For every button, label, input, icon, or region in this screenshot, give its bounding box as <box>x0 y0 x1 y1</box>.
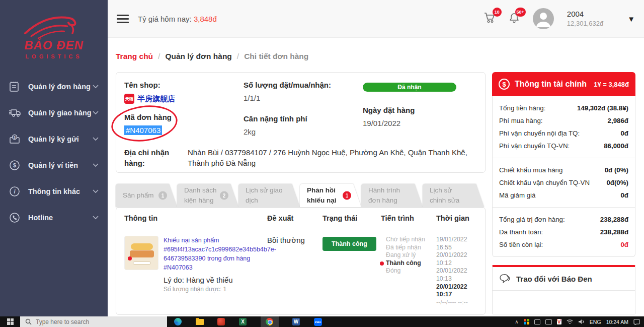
tab-complaint-feedback[interactable]: Phản hồi khiếu nại 1 <box>300 184 361 207</box>
ultraviewer-icon[interactable]: V <box>557 319 561 324</box>
breadcrumb-separator: / <box>237 52 239 61</box>
sidebar-item-order-management[interactable]: Quản lý đơn hàng <box>0 74 108 100</box>
sidebar-nav: Quản lý đơn hàng Quản lý giao hàng $ Quả… <box>0 74 108 231</box>
notifications-badge: 50+ <box>515 8 526 17</box>
shop-name-link[interactable]: 半房旗舰店 <box>137 94 175 104</box>
column-header: Đề xuất <box>267 208 323 229</box>
dollar-circle-icon: $ <box>499 79 510 90</box>
start-button[interactable] <box>0 316 20 327</box>
tab-alert-badge: 1 <box>343 191 351 200</box>
menu-icon[interactable] <box>117 13 129 25</box>
clock[interactable]: 10:24 AM <box>606 319 628 325</box>
quantity-value: 1/1/1 <box>244 94 363 102</box>
your-phone-icon[interactable] <box>534 319 540 324</box>
progress-step: Đã tiếp nhận <box>381 244 436 252</box>
progress-time: 20/01/2022 10:12 <box>436 251 477 267</box>
word-icon[interactable]: W <box>292 318 300 326</box>
tab-order-journey[interactable]: Hành trình đơn hàng <box>361 184 423 207</box>
panther-logo-icon <box>21 13 87 39</box>
chrome-icon[interactable] <box>266 318 274 326</box>
column-header: Thông tin <box>124 208 267 229</box>
language-indicator[interactable]: ENG <box>590 319 601 325</box>
breadcrumb-order-management[interactable]: Quản lý đơn hàng <box>165 52 231 61</box>
notifications-button[interactable]: 50+ <box>509 12 520 25</box>
tab-count-badge: 2 <box>220 191 228 200</box>
zalo-icon[interactable]: Zalo <box>314 318 322 326</box>
sidebar-item-label: Hotline <box>28 214 93 222</box>
sidebar-item-label: Thông tin khác <box>28 187 93 195</box>
tab-label: Lịch sử chỉnh sửa <box>430 185 470 205</box>
complaint-reason: Lý do: Hàng về thiếu <box>164 276 276 284</box>
product-thumbnail[interactable] <box>124 236 158 270</box>
user-icon <box>533 8 554 29</box>
excel-icon[interactable]: X <box>239 318 247 326</box>
breadcrumb-home[interactable]: Trang chủ <box>116 52 153 61</box>
tab-edit-history[interactable]: Lịch sử chỉnh sửa <box>423 184 484 207</box>
financial-title: Thông tin tài chính <box>515 80 594 89</box>
sidebar-item-hotline[interactable]: Hotline <box>0 205 108 231</box>
tray-expand-icon[interactable]: ∧ <box>515 319 518 324</box>
app-window: BÁO ĐEN LOGISTICS Quản lý đơn hàng Quản … <box>0 0 644 316</box>
wallet-dollar-icon: $ <box>9 159 22 171</box>
cart-button[interactable]: 10 <box>484 12 496 25</box>
tab-products[interactable]: Sản phẩm 1 <box>116 184 177 207</box>
finance-row-remaining: Số tiền còn lại:0đ <box>499 238 628 251</box>
edge-browser-icon[interactable] <box>174 318 182 326</box>
notification-center-icon[interactable] <box>633 319 640 325</box>
sidebar-item-wallet-management[interactable]: $ Quản lý ví tiền <box>0 152 108 178</box>
red-app-icon[interactable] <box>217 318 225 326</box>
chevron-down-icon <box>93 111 99 115</box>
order-detail-tabs: Sản phẩm 1 Danh sách kiện hàng 2 Lịch sử… <box>116 184 486 207</box>
account-caret-icon[interactable]: ▼ <box>627 15 635 23</box>
order-code-label: Mã đơn hàng <box>124 113 244 121</box>
exchange-rate-value: 3,848đ <box>194 15 217 23</box>
info-icon: i <box>9 185 22 198</box>
finance-row: Tổng tiền hàng:149,302đ (38.8¥) <box>499 102 628 114</box>
logo-title: BÁO ĐEN <box>0 39 108 51</box>
chrome-active-highlight <box>261 316 279 327</box>
order-info-card: Tên shop: 天猫 半房旗舰店 Mã đơn hàng #N407063 <box>116 72 486 173</box>
progress-steps: Chờ tiếp nhận Đã tiếp nhận Đang xử lý Th… <box>381 236 436 306</box>
progress-time-empty: --/--/---- --:-- <box>436 299 477 307</box>
chat-title: Trao đổi với Báo Đen <box>516 275 592 283</box>
svg-text:$: $ <box>13 162 16 168</box>
volume-icon[interactable] <box>578 319 585 324</box>
table-row: Khiếu nại sản phẩm #695f4f13acac7c1c9996… <box>116 229 485 314</box>
file-explorer-icon[interactable] <box>196 318 204 326</box>
status-success-button[interactable]: Thành công <box>323 237 376 251</box>
column-header: Thời gian <box>436 208 477 229</box>
chat-header[interactable]: Trao đổi với Báo Đen <box>493 267 635 291</box>
sidebar-item-label: Quản lý đơn hàng <box>28 83 93 91</box>
financial-header: $ Thông tin tài chính 1¥ = 3,848đ <box>492 72 635 96</box>
chat-card: Trao đổi với Báo Đen <box>492 265 635 314</box>
quantity-label: Số lượng đặt/mua/nhận: <box>244 81 363 89</box>
taskbar-search[interactable] <box>20 316 167 327</box>
breadcrumb: Trang chủ / Quản lý đơn hàng / Chi tiết … <box>108 38 644 72</box>
sidebar-item-delivery-management[interactable]: Quản lý giao hàng <box>0 100 108 126</box>
tray-color-icon[interactable] <box>524 319 529 324</box>
progress-time-active: 20/01/2022 10:17 <box>436 283 477 299</box>
search-input[interactable] <box>36 318 146 325</box>
complaint-table: Thông tin Đề xuất Trạng thái Tiến trình … <box>116 207 486 315</box>
complaint-link[interactable]: Khiếu nại sản phẩm #695f4f13acac7c1c9996… <box>164 236 276 273</box>
finance-row: Mã giảm giá0đ <box>499 189 628 202</box>
order-code-value[interactable]: #N407063 <box>124 125 162 135</box>
tab-count-badge: 1 <box>158 191 167 200</box>
sidebar-item-other-info[interactable]: i Thông tin khác <box>0 178 108 205</box>
progress-time: 20/01/2022 10:13 <box>436 267 477 283</box>
sidebar-item-consignment-management[interactable]: $ Quản lý ký gửi <box>0 126 108 152</box>
network-icon[interactable] <box>567 319 573 324</box>
progress-step: Đang xử lý <box>381 251 436 259</box>
finance-row: Chiết khấu mua hàng0đ (0%) <box>499 164 628 176</box>
column-header: Tiến trình <box>381 208 436 229</box>
chevron-down-icon <box>93 189 99 193</box>
finance-row: Phí vận chuyển TQ-VN:86,000đ <box>499 140 628 152</box>
tab-transaction-history[interactable]: Lịch sử giao dịch <box>238 184 300 207</box>
display-icon[interactable] <box>545 319 552 324</box>
sidebar-item-label: Quản lý ký gửi <box>28 135 93 143</box>
avatar[interactable] <box>533 8 554 29</box>
tab-package-list[interactable]: Danh sách kiện hàng 2 <box>177 184 238 207</box>
progress-step-active: Thành công <box>381 259 436 268</box>
finance-row-paid: Đã thanh toán:238,288đ <box>499 226 628 238</box>
user-balance: 12,301,632đ <box>567 19 603 28</box>
